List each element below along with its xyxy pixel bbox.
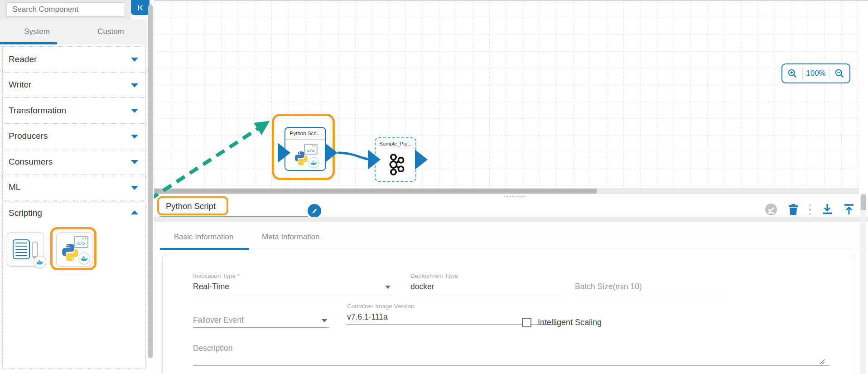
component-sidebar: System Custom Reader Writer Transformati… <box>0 0 154 374</box>
more-options-button[interactable] <box>809 203 811 216</box>
tab-custom[interactable]: Custom <box>74 19 148 44</box>
collapse-left-icon <box>136 4 145 12</box>
download-config-button[interactable] <box>822 204 833 215</box>
chevron-down-icon <box>131 160 138 164</box>
category-writer[interactable]: Writer <box>3 73 145 98</box>
search-input[interactable] <box>7 3 135 16</box>
zoom-in-icon <box>787 68 797 78</box>
component-tile-python-script[interactable]: </> <box>56 232 92 267</box>
chevron-down-icon <box>131 83 138 87</box>
category-reader[interactable]: Reader <box>3 47 145 73</box>
category-producers[interactable]: Producers <box>3 124 145 150</box>
active-tab-underline <box>160 248 249 250</box>
textarea-resize-handle[interactable] <box>819 358 825 364</box>
category-ml[interactable]: ML <box>3 175 145 201</box>
tab-system[interactable]: System <box>0 19 74 44</box>
zoom-level: 100% <box>802 68 829 79</box>
zoom-out-icon <box>834 68 844 78</box>
active-sidebar-tab-underline <box>0 42 57 44</box>
python-script-icon: </> <box>60 236 88 262</box>
delete-button[interactable] <box>788 204 798 215</box>
panel-divider <box>154 217 868 222</box>
chevron-down-icon <box>131 186 138 190</box>
zoom-out-button[interactable] <box>829 64 849 83</box>
deployment-type-field[interactable]: Deployment Type docker <box>410 272 559 294</box>
node-sample-pipeline[interactable]: Sample_Pip... <box>375 137 416 182</box>
component-tile-script[interactable] <box>7 232 44 267</box>
basic-information-form: Invocation Type * Real-Time Deployment T… <box>162 255 855 374</box>
python-logo-icon <box>293 151 309 166</box>
component-config-panel: Python Script <box>154 194 868 374</box>
pipeline-editor: 100% Python Scri... </> Sample_Pip... <box>0 0 868 374</box>
canvas-hscrollbar-track[interactable] <box>154 188 859 194</box>
pipeline-canvas[interactable] <box>154 1 859 189</box>
component-name-input[interactable]: Python Script <box>166 201 216 211</box>
chevron-down-icon <box>131 109 138 113</box>
pen-icon <box>32 242 38 257</box>
description-textarea[interactable]: Description <box>193 344 829 366</box>
panel-action-buttons <box>765 203 855 216</box>
docker-whale-icon <box>36 259 44 265</box>
upload-config-button[interactable] <box>844 204 854 215</box>
failover-event-select[interactable]: Failover Event <box>193 306 329 328</box>
trash-icon <box>788 204 798 215</box>
canvas-grid <box>154 1 859 189</box>
component-accordion: Reader Writer Transformation Producers C… <box>2 46 146 369</box>
docker-whale-icon <box>80 256 88 262</box>
validate-button[interactable] <box>765 203 777 216</box>
node-label: Python Scri... <box>285 128 325 140</box>
chevron-down-icon <box>322 319 327 322</box>
tab-basic-information[interactable]: Basic Information <box>174 233 233 242</box>
batch-size-field[interactable]: Batch Size(min 10) <box>575 272 725 294</box>
tab-meta-information[interactable]: Meta Information <box>262 233 320 242</box>
category-scripting[interactable]: Scripting <box>3 200 145 226</box>
node-label: Sample_Pip... <box>376 138 415 150</box>
kafka-icon <box>385 153 406 176</box>
category-transformation[interactable]: Transformation <box>3 98 145 124</box>
python-script-icon: </> <box>293 144 317 166</box>
collapse-sidebar-button[interactable] <box>131 0 149 15</box>
chevron-down-icon <box>131 135 138 139</box>
docker-badge <box>308 157 319 168</box>
canvas-zoom-control: 100% <box>781 63 850 83</box>
python-logo-icon <box>60 243 80 262</box>
component-name-row: Python Script <box>154 197 868 217</box>
canvas-hscrollbar-thumb[interactable] <box>154 189 597 194</box>
docker-badge <box>34 256 46 268</box>
panel-vscrollbar-track[interactable] <box>860 194 866 374</box>
zoom-in-button[interactable] <box>782 64 802 83</box>
check-circle-icon <box>765 203 777 216</box>
panel-tabs: Basic Information Meta Information <box>154 222 868 250</box>
chevron-down-icon <box>131 58 138 62</box>
edit-name-button[interactable] <box>308 204 321 218</box>
script-document-icon <box>13 239 30 259</box>
chevron-down-icon <box>385 286 391 289</box>
sidebar-scrollbar-thumb[interactable] <box>148 5 153 358</box>
intelligent-scaling-checkbox[interactable]: Intelligent Scaling <box>522 318 602 327</box>
checkbox-icon[interactable] <box>522 318 531 327</box>
category-consumers[interactable]: Consumers <box>3 149 145 175</box>
download-icon <box>822 204 833 215</box>
upload-icon <box>844 204 854 215</box>
pencil-icon <box>311 208 318 214</box>
panel-vscrollbar-thumb[interactable] <box>861 194 866 210</box>
search-box <box>6 2 125 17</box>
docker-badge <box>78 253 90 264</box>
tabs-hairline <box>154 250 868 250</box>
invocation-type-select[interactable]: Invocation Type * Real-Time <box>193 272 392 294</box>
node-python-script[interactable]: Python Scri... </> <box>285 127 326 171</box>
sidebar-tabs: System Custom <box>0 19 148 44</box>
docker-whale-icon <box>310 160 318 165</box>
chevron-up-icon <box>131 210 138 214</box>
